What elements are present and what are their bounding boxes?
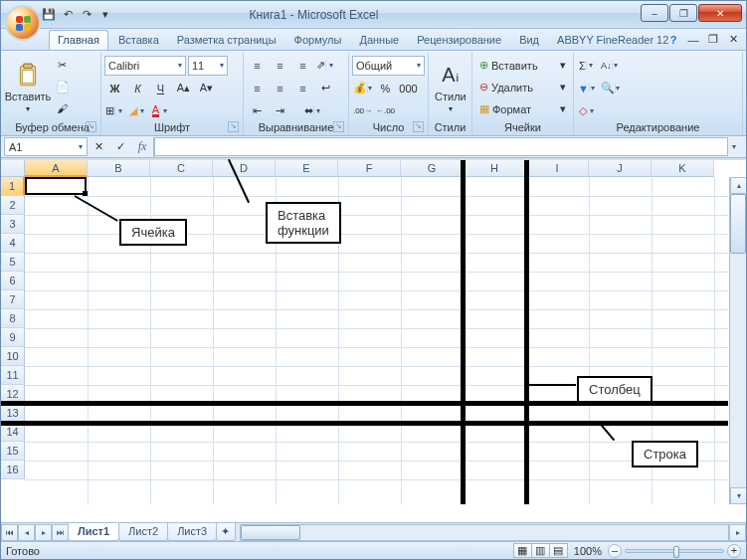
column-header-K[interactable]: K: [652, 160, 714, 177]
accounting-button[interactable]: 💰▾: [352, 79, 373, 98]
align-dialog-launcher[interactable]: ↘: [333, 121, 344, 132]
styles-button[interactable]: Aᵢ Стили ▾: [432, 55, 469, 121]
delete-cells-button[interactable]: ⊖Удалить▾: [475, 77, 570, 97]
close-button[interactable]: ✕: [698, 4, 742, 22]
tab-page-layout[interactable]: Разметка страницы: [169, 31, 284, 50]
prev-sheet-button[interactable]: ◂: [18, 524, 35, 541]
align-top-button[interactable]: ≡: [247, 56, 268, 76]
italic-button[interactable]: К: [127, 79, 148, 98]
row-header-8[interactable]: 8: [1, 309, 25, 328]
align-middle-button[interactable]: ≡: [270, 56, 290, 76]
number-dialog-launcher[interactable]: ↘: [413, 121, 424, 132]
zoom-level-label[interactable]: 100%: [574, 545, 602, 557]
cut-button[interactable]: ✂: [52, 55, 73, 75]
column-header-C[interactable]: C: [150, 160, 213, 177]
insert-cells-button[interactable]: ⊕Вставить▾: [475, 55, 570, 76]
border-button[interactable]: ⊞▾: [104, 101, 125, 121]
next-sheet-button[interactable]: ▸: [35, 524, 52, 541]
page-break-view-button[interactable]: ▤: [549, 543, 568, 558]
increase-indent-button[interactable]: ⇥: [270, 101, 290, 121]
maximize-button[interactable]: ❐: [669, 4, 697, 22]
format-cells-button[interactable]: ▦Формат▾: [475, 98, 570, 119]
sheet-tab-2[interactable]: Лист2: [118, 523, 168, 541]
tab-formulas[interactable]: Формулы: [286, 31, 350, 50]
scroll-right-button[interactable]: ▸: [729, 524, 746, 541]
qat-more-icon[interactable]: ▾: [97, 7, 113, 23]
name-box[interactable]: A1▾: [4, 137, 88, 156]
column-header-H[interactable]: H: [464, 160, 526, 177]
autosum-button[interactable]: Σ▾: [577, 56, 598, 76]
row-header-11[interactable]: 11: [1, 366, 25, 385]
tab-insert[interactable]: Вставка: [110, 31, 167, 50]
tab-review[interactable]: Рецензирование: [409, 31, 509, 50]
row-header-6[interactable]: 6: [1, 272, 25, 290]
normal-view-button[interactable]: ▦: [513, 543, 532, 558]
page-layout-view-button[interactable]: ▥: [531, 543, 550, 558]
new-sheet-button[interactable]: ✦: [216, 523, 236, 541]
hscroll-thumb[interactable]: [241, 525, 300, 540]
bold-button[interactable]: Ж: [104, 79, 125, 98]
save-icon[interactable]: 💾: [41, 7, 57, 23]
last-sheet-button[interactable]: ⏭: [52, 524, 69, 541]
help-icon[interactable]: ?: [666, 34, 680, 46]
decrease-indent-button[interactable]: ⇤: [247, 101, 268, 121]
column-header-G[interactable]: G: [401, 160, 464, 177]
percent-button[interactable]: %: [375, 79, 396, 98]
row-header-5[interactable]: 5: [1, 253, 25, 272]
sort-filter-button[interactable]: A↓▾: [600, 56, 621, 76]
row-header-10[interactable]: 10: [1, 347, 25, 366]
cancel-formula-button[interactable]: ✕: [88, 137, 109, 157]
number-format-combo[interactable]: Общий▾: [352, 56, 425, 76]
increase-decimal-button[interactable]: .00→: [352, 101, 373, 121]
comma-button[interactable]: 000: [398, 79, 419, 98]
align-bottom-button[interactable]: ≡: [292, 56, 313, 76]
wrap-text-button[interactable]: ↩: [315, 79, 336, 98]
expand-formula-bar-icon[interactable]: ▾: [726, 142, 742, 151]
font-name-combo[interactable]: Calibri▾: [104, 56, 186, 76]
row-header-15[interactable]: 15: [1, 442, 25, 461]
clear-button[interactable]: ◇▾: [577, 101, 598, 121]
cell-grid[interactable]: Ячейка Вставка функции Столбец Строка: [25, 177, 728, 504]
sheet-tab-1[interactable]: Лист1: [68, 523, 119, 541]
tab-view[interactable]: Вид: [511, 31, 547, 50]
font-size-combo[interactable]: 11▾: [188, 56, 228, 76]
undo-icon[interactable]: ↶: [60, 7, 76, 23]
tab-abbyy[interactable]: ABBYY FineReader 12: [549, 31, 676, 50]
merge-center-button[interactable]: ⬌▾: [292, 101, 334, 121]
column-header-F[interactable]: F: [338, 160, 401, 177]
fill-color-button[interactable]: ◢▾: [127, 101, 148, 121]
office-button[interactable]: [5, 5, 41, 41]
align-left-button[interactable]: ≡: [247, 79, 268, 98]
font-color-button[interactable]: A▾: [150, 101, 171, 121]
decrease-decimal-button[interactable]: ←.00: [375, 101, 396, 121]
redo-icon[interactable]: ↷: [79, 7, 94, 23]
scroll-up-button[interactable]: ▴: [730, 177, 747, 194]
doc-restore-icon[interactable]: ❐: [706, 33, 720, 46]
column-header-B[interactable]: B: [88, 160, 150, 177]
shrink-font-button[interactable]: A▾: [196, 79, 217, 98]
copy-button[interactable]: 📄: [52, 77, 73, 96]
column-header-I[interactable]: I: [526, 160, 589, 177]
doc-close-icon[interactable]: ✕: [726, 33, 740, 46]
find-select-button[interactable]: 🔍▾: [600, 79, 621, 98]
align-center-button[interactable]: ≡: [270, 79, 290, 98]
scroll-down-button[interactable]: ▾: [730, 487, 747, 504]
clipboard-dialog-launcher[interactable]: ↘: [86, 121, 96, 132]
underline-button[interactable]: Ч: [150, 79, 171, 98]
column-header-A[interactable]: A: [25, 160, 88, 177]
row-header-4[interactable]: 4: [1, 234, 25, 253]
horizontal-scrollbar[interactable]: [240, 524, 729, 541]
insert-function-button[interactable]: fx: [131, 137, 153, 157]
formula-input[interactable]: [154, 137, 728, 156]
enter-formula-button[interactable]: ✓: [109, 137, 131, 157]
tab-home[interactable]: Главная: [49, 30, 108, 50]
vertical-scrollbar[interactable]: ▴ ▾: [729, 177, 746, 504]
font-dialog-launcher[interactable]: ↘: [228, 121, 239, 132]
row-header-9[interactable]: 9: [1, 328, 25, 347]
fill-button[interactable]: ▼▾: [577, 79, 598, 98]
vscroll-thumb[interactable]: [730, 194, 746, 254]
row-header-16[interactable]: 16: [1, 461, 25, 479]
orientation-button[interactable]: ⇗▾: [315, 56, 336, 76]
minimize-button[interactable]: –: [641, 4, 668, 22]
row-header-2[interactable]: 2: [1, 196, 25, 215]
